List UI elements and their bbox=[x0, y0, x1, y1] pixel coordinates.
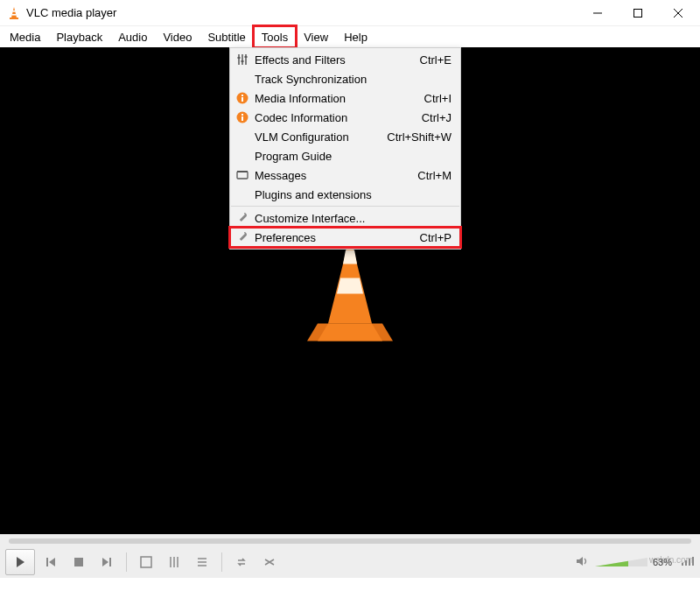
volume-slider[interactable] bbox=[595, 556, 648, 568]
info-icon bbox=[230, 111, 255, 123]
svg-rect-26 bbox=[237, 172, 248, 179]
menu-view[interactable]: View bbox=[296, 26, 336, 47]
tools-effects-filters[interactable]: Effects and Filters Ctrl+E bbox=[230, 50, 460, 69]
svg-marker-13 bbox=[318, 324, 382, 341]
svg-rect-21 bbox=[242, 97, 243, 102]
svg-rect-2 bbox=[12, 14, 17, 16]
divider bbox=[221, 552, 222, 572]
sliders-icon bbox=[230, 53, 255, 66]
svg-rect-5 bbox=[634, 9, 642, 17]
menu-shortcut: Ctrl+Shift+W bbox=[376, 130, 452, 144]
menu-separator bbox=[231, 206, 459, 207]
watermark: wskdn.com bbox=[649, 555, 693, 565]
menu-video[interactable]: Video bbox=[155, 26, 200, 47]
svg-rect-22 bbox=[242, 95, 243, 96]
svg-marker-28 bbox=[17, 557, 24, 567]
vlc-logo bbox=[302, 233, 398, 349]
seek-slider[interactable] bbox=[9, 538, 691, 544]
playlist-button[interactable] bbox=[190, 551, 214, 573]
tools-preferences[interactable]: Preferences Ctrl+P bbox=[230, 228, 460, 247]
menu-label: Plugins and extensions bbox=[255, 188, 441, 201]
mute-icon[interactable] bbox=[576, 555, 590, 570]
menu-shortcut: Ctrl+M bbox=[407, 169, 452, 182]
fullscreen-button[interactable] bbox=[134, 551, 158, 573]
svg-rect-29 bbox=[46, 558, 48, 566]
play-button[interactable] bbox=[5, 549, 35, 575]
loop-button[interactable] bbox=[229, 551, 254, 573]
menu-label: Preferences bbox=[255, 231, 410, 244]
tools-plugins[interactable]: Plugins and extensions bbox=[230, 185, 460, 204]
menu-audio[interactable]: Audio bbox=[110, 26, 155, 47]
titlebar: VLC media player bbox=[0, 0, 700, 26]
next-button[interactable] bbox=[94, 551, 119, 573]
svg-marker-30 bbox=[49, 558, 55, 566]
svg-rect-1 bbox=[12, 11, 16, 12]
previous-button[interactable] bbox=[38, 551, 63, 573]
tools-track-sync[interactable]: Track Synchronization bbox=[230, 69, 460, 88]
control-bar: 63% bbox=[0, 546, 700, 578]
info-icon bbox=[230, 92, 255, 104]
tools-codec-info[interactable]: Codec Information Ctrl+J bbox=[230, 108, 460, 127]
menu-shortcut: Ctrl+P bbox=[410, 231, 452, 244]
menu-shortcut: Ctrl+I bbox=[414, 92, 452, 105]
tools-vlm-config[interactable]: VLM Configuration Ctrl+Shift+W bbox=[230, 127, 460, 146]
menu-label: Messages bbox=[255, 169, 407, 182]
wrench-icon bbox=[230, 212, 255, 224]
svg-rect-18 bbox=[242, 60, 244, 62]
menu-label: Program Guide bbox=[255, 150, 441, 163]
messages-icon bbox=[230, 169, 255, 181]
svg-rect-24 bbox=[242, 116, 243, 121]
svg-rect-17 bbox=[238, 57, 241, 59]
svg-rect-33 bbox=[109, 558, 111, 566]
menu-label: Track Synchronization bbox=[255, 73, 441, 86]
wrench-icon bbox=[230, 231, 255, 243]
tools-messages[interactable]: Messages Ctrl+M bbox=[230, 165, 460, 185]
window-title: VLC media player bbox=[26, 6, 116, 19]
menu-label: Media Information bbox=[255, 92, 414, 105]
menu-playback[interactable]: Playback bbox=[48, 26, 110, 47]
shuffle-button[interactable] bbox=[257, 551, 282, 573]
menu-label: Effects and Filters bbox=[255, 53, 410, 67]
tools-media-info[interactable]: Media Information Ctrl+I bbox=[230, 88, 460, 108]
menu-label: VLM Configuration bbox=[255, 130, 376, 144]
maximize-button[interactable] bbox=[618, 0, 658, 26]
tools-dropdown: Effects and Filters Ctrl+E Track Synchro… bbox=[229, 47, 461, 250]
svg-marker-41 bbox=[577, 557, 583, 566]
svg-rect-34 bbox=[141, 557, 151, 567]
menu-help[interactable]: Help bbox=[336, 26, 375, 47]
svg-marker-9 bbox=[343, 250, 357, 264]
svg-rect-25 bbox=[242, 114, 243, 116]
seekbar-area bbox=[0, 534, 700, 546]
menu-media[interactable]: Media bbox=[2, 26, 48, 47]
minimize-button[interactable] bbox=[578, 0, 618, 26]
svg-marker-0 bbox=[11, 7, 17, 18]
tools-customize-interface[interactable]: Customize Interface... bbox=[230, 208, 460, 228]
svg-rect-3 bbox=[10, 18, 18, 19]
svg-marker-32 bbox=[102, 558, 108, 566]
menu-subtitle[interactable]: Subtitle bbox=[200, 26, 253, 47]
menu-label: Customize Interface... bbox=[255, 212, 441, 225]
stop-button[interactable] bbox=[66, 551, 91, 573]
svg-rect-31 bbox=[74, 558, 83, 566]
close-button[interactable] bbox=[658, 0, 698, 26]
menu-shortcut: Ctrl+E bbox=[410, 53, 452, 67]
extended-settings-button[interactable] bbox=[162, 551, 186, 573]
menubar: Media Playback Audio Video Subtitle Tool… bbox=[0, 26, 700, 47]
menu-shortcut: Ctrl+J bbox=[411, 111, 452, 124]
svg-marker-10 bbox=[337, 278, 363, 294]
tools-program-guide[interactable]: Program Guide bbox=[230, 146, 460, 165]
vlc-cone-icon bbox=[7, 6, 21, 20]
menu-label: Codec Information bbox=[255, 111, 411, 124]
menu-tools[interactable]: Tools bbox=[254, 26, 296, 47]
divider bbox=[126, 552, 127, 572]
svg-rect-19 bbox=[245, 56, 248, 58]
